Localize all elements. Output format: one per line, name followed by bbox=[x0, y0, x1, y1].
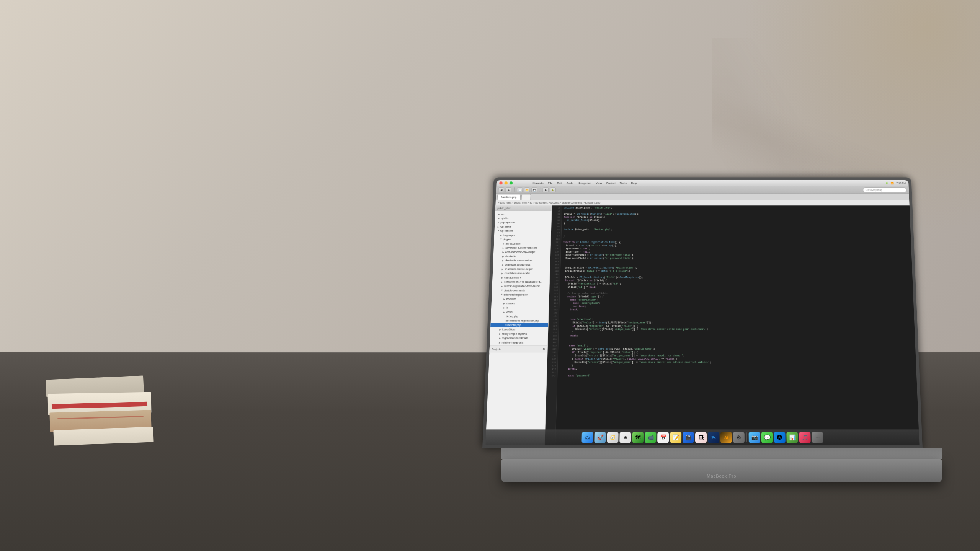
line-num: 93 bbox=[552, 216, 562, 219]
minimize-button[interactable] bbox=[504, 181, 508, 184]
dock-illustrator-icon[interactable]: Ai bbox=[720, 432, 732, 443]
laptop: Komodo File Edit Code Navigation View Pr… bbox=[482, 138, 942, 482]
menu-komodo[interactable]: Komodo bbox=[532, 181, 544, 184]
dock-music-icon[interactable]: 🎵 bbox=[799, 432, 811, 443]
tree-item[interactable]: ▶ src bbox=[495, 212, 552, 216]
save-button[interactable]: 💾 bbox=[531, 187, 537, 192]
titlebar-right-controls: 🔋 📶 7:18 AM bbox=[885, 182, 906, 184]
dock-appstore-icon[interactable]: 🅐 bbox=[774, 432, 785, 443]
forward-button[interactable]: ▶ bbox=[505, 187, 511, 192]
tree-item[interactable]: ▶ custom-registration-form-builde… bbox=[492, 284, 549, 288]
code-line: $field['value'] = safe_get($_POST, $fiel… bbox=[560, 347, 914, 351]
line-num: 116 bbox=[549, 289, 559, 292]
tree-item[interactable]: ▶ contact-form-7 bbox=[492, 275, 549, 279]
tree-item[interactable]: ▶ cgi-bin bbox=[495, 216, 552, 220]
menu-file[interactable]: File bbox=[548, 181, 552, 184]
tree-item[interactable]: ▶ phpmyadmin bbox=[495, 220, 551, 225]
code-line: $usernameField = er_option('er_username_… bbox=[563, 254, 910, 257]
tree-item[interactable]: ▶ wp-admin bbox=[495, 224, 551, 228]
tree-item[interactable]: ▶ really-simple-captcha bbox=[490, 331, 548, 336]
tree-item[interactable]: ▶ amr-shortcode-any-widget bbox=[493, 250, 550, 254]
tree-item[interactable]: ▼ extended-registration bbox=[492, 292, 549, 297]
menu-view[interactable]: View bbox=[596, 181, 602, 184]
tree-item[interactable]: ▶ contact-form-7-to-database-ext… bbox=[492, 279, 550, 284]
tree-item[interactable]: ▶ charitable-license-helper bbox=[493, 267, 550, 271]
line-num: 135 bbox=[547, 351, 558, 354]
debug-button[interactable]: 🐛 bbox=[550, 187, 556, 192]
dock-numbers-icon[interactable]: 📊 bbox=[786, 432, 798, 443]
menu-tools[interactable]: Tools bbox=[620, 181, 627, 184]
screen-content[interactable]: Komodo File Edit Code Navigation View Pr… bbox=[485, 180, 919, 445]
time-display: 7:18 AM bbox=[896, 182, 906, 184]
dock-facetime-icon[interactable]: 📹 bbox=[645, 432, 656, 443]
tree-item[interactable]: ▶ js bbox=[491, 305, 549, 310]
dock-finder-icon[interactable]: 🗂 bbox=[581, 432, 593, 443]
ai-icon-symbol: Ai bbox=[724, 435, 728, 440]
dock-safari-icon[interactable]: 🧭 bbox=[607, 432, 618, 443]
dock-launchpad-icon[interactable]: 🚀 bbox=[594, 432, 606, 443]
tree-item[interactable]: ▼ plugins bbox=[494, 237, 550, 241]
line-num: 132 bbox=[548, 341, 558, 344]
tree-item[interactable]: ▶ acf-accordion bbox=[494, 241, 550, 245]
tree-item[interactable]: ▶ LayerSlider bbox=[490, 327, 548, 331]
dock-more-icon[interactable]: ⋯ bbox=[812, 432, 823, 443]
tree-item[interactable]: ▶ relative-image-urls bbox=[490, 340, 547, 344]
tree-item[interactable]: ▶ languages bbox=[494, 233, 551, 237]
projects-settings-icon[interactable]: ⚙ bbox=[542, 347, 545, 351]
tree-item[interactable]: ▶ backend bbox=[492, 297, 549, 301]
tree-item[interactable]: ▶ charitable-view-avatar bbox=[493, 271, 550, 275]
tree-item[interactable]: ▶ db-extended-registration.php bbox=[491, 318, 549, 323]
menu-edit[interactable]: Edit bbox=[557, 181, 562, 184]
tree-item-functions-php[interactable]: ▶ functions.php bbox=[490, 323, 548, 327]
music-icon-symbol: 🎵 bbox=[802, 434, 808, 440]
go-to-anything-input[interactable]: Go to Anything bbox=[863, 187, 907, 192]
dock-photoshop-icon[interactable]: Ps bbox=[708, 432, 719, 443]
back-button[interactable]: ◀ bbox=[498, 187, 504, 192]
tree-item[interactable]: ▼ wp-content bbox=[494, 228, 551, 233]
tree-item[interactable]: ▼ disable-comments bbox=[492, 288, 549, 292]
toolbar-sep-1 bbox=[514, 187, 514, 192]
notes-icon-symbol: 📝 bbox=[673, 434, 679, 440]
dock-finder2-icon[interactable]: 📷 bbox=[749, 432, 760, 443]
dock-photos-icon[interactable]: 🖼 bbox=[695, 432, 707, 443]
dock-prefs-icon[interactable]: ⚙ bbox=[733, 432, 745, 443]
menu-project[interactable]: Project bbox=[606, 181, 616, 184]
close-button[interactable] bbox=[499, 181, 503, 184]
line-num: 117 bbox=[549, 292, 559, 295]
tree-item-label: custom-registration-form-builde… bbox=[504, 285, 542, 287]
dock-maps-icon[interactable]: 🗺 bbox=[632, 432, 644, 443]
code-line: function ($fields as $field); bbox=[564, 216, 909, 219]
dock-chrome-icon[interactable]: ⊕ bbox=[619, 432, 631, 443]
maximize-button[interactable] bbox=[510, 181, 513, 184]
tree-item[interactable]: ▶ charitable bbox=[493, 254, 550, 258]
code-line bbox=[559, 371, 915, 374]
tab-functions-php[interactable]: functions.php bbox=[497, 194, 521, 199]
code-line bbox=[560, 341, 914, 344]
code-editor[interactable]: 90 91 92 93 94 95 96 97 98 99 bbox=[545, 205, 919, 445]
tree-item[interactable]: ▶ regenerate-thumbnails bbox=[490, 336, 548, 340]
tree-item[interactable]: ▶ charitable-anonymous bbox=[493, 262, 550, 267]
dock-calendar-icon[interactable]: 📅 bbox=[657, 432, 669, 443]
menu-navigation[interactable]: Navigation bbox=[578, 181, 591, 184]
line-num: 96 bbox=[551, 225, 561, 228]
menu-code[interactable]: Code bbox=[566, 181, 573, 184]
tree-item[interactable]: ▶ views bbox=[491, 310, 549, 314]
code-line bbox=[562, 260, 910, 263]
tree-item[interactable]: ▶ advanced-custom-fields-pro bbox=[493, 245, 550, 249]
line-num: 91 bbox=[552, 209, 562, 212]
dock-imovie-icon[interactable]: 🎬 bbox=[683, 432, 694, 443]
tree-item[interactable]: ▶ charitable-ambassadors bbox=[493, 258, 550, 262]
new-file-button[interactable]: 📄 bbox=[517, 187, 523, 192]
tab-new[interactable]: + bbox=[521, 194, 531, 199]
tree-item[interactable]: ▶ debug.php bbox=[491, 314, 549, 318]
line-num: 138 bbox=[547, 361, 558, 364]
menu-help[interactable]: Help bbox=[631, 181, 637, 184]
dock-notes-icon[interactable]: 📝 bbox=[670, 432, 681, 443]
open-button[interactable]: 📂 bbox=[524, 187, 530, 192]
run-button[interactable]: ▶ bbox=[542, 187, 549, 192]
line-num: 142 bbox=[547, 374, 557, 378]
dock-messages-icon[interactable]: 💬 bbox=[761, 432, 773, 443]
line-num: 123 bbox=[549, 311, 559, 315]
tree-item[interactable]: ▶ classes bbox=[491, 301, 549, 305]
code-content[interactable]: include $view_path . 'header.php'; $fiel… bbox=[556, 205, 919, 445]
